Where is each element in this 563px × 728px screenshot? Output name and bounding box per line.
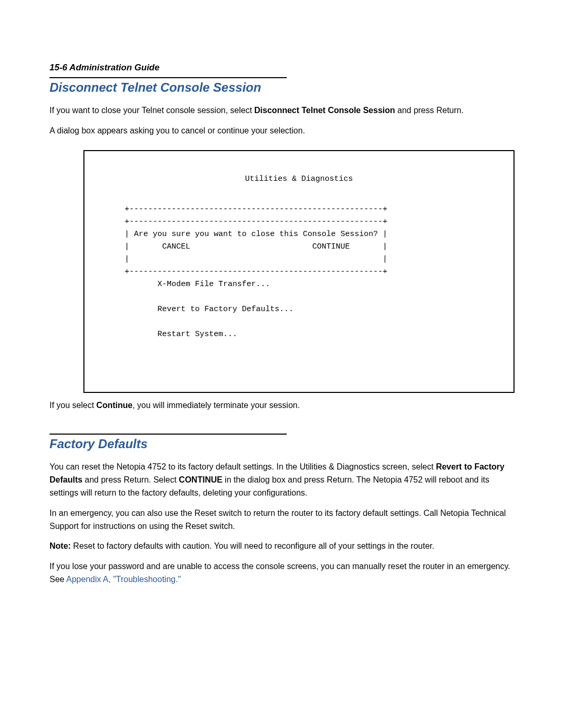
terminal-screenshot: Utilities & Diagnostics +---------------… — [83, 150, 515, 393]
terminal-line: | | — [92, 255, 387, 264]
section-rule — [50, 77, 287, 78]
terminal-menu-item: Revert to Factory Defaults... — [92, 305, 293, 314]
terminal-line: +---------------------------------------… — [92, 205, 387, 214]
bold-text: Continue — [96, 401, 132, 410]
text: You can reset the Netopia 4752 to its fa… — [50, 462, 436, 471]
text: Reset to factory defaults with caution. … — [71, 541, 434, 550]
terminal-line: +---------------------------------------… — [92, 267, 387, 276]
paragraph: Note: Reset to factory defaults with cau… — [50, 540, 513, 553]
bold-text: Disconnect Telnet Console Session — [254, 106, 395, 115]
link-appendix-a[interactable]: Appendix A, "Troubleshooting." — [66, 575, 181, 584]
section-rule — [50, 434, 287, 435]
paragraph: If you lose your password and are unable… — [50, 560, 513, 586]
paragraph: In an emergency, you can also use the Re… — [50, 507, 513, 533]
text: , you will immediately terminate your se… — [132, 401, 300, 410]
terminal-line: | CANCEL CONTINUE | — [92, 242, 387, 251]
bold-text: Note: — [50, 541, 71, 550]
terminal-menu-item: X-Modem File Transfer... — [92, 280, 270, 289]
terminal-line: +---------------------------------------… — [92, 217, 387, 226]
text: and press Return. — [395, 106, 464, 115]
terminal-line: | Are you sure you want to close this Co… — [92, 230, 387, 239]
text: and press Return. Select — [82, 475, 179, 484]
text: If you want to close your Telnet console… — [50, 106, 254, 115]
heading-disconnect: Disconnect Telnet Console Session — [50, 80, 513, 95]
heading-factory-defaults: Factory Defaults — [50, 437, 513, 451]
paragraph: If you select Continue, you will immedia… — [50, 399, 513, 412]
text: If you select — [50, 401, 96, 410]
paragraph: If you want to close your Telnet console… — [50, 104, 513, 117]
paragraph: You can reset the Netopia 4752 to its fa… — [50, 461, 513, 499]
terminal-title: Utilities & Diagnostics — [92, 173, 506, 186]
terminal-menu-item: Restart System... — [92, 330, 237, 339]
bold-text: CONTINUE — [179, 475, 223, 484]
paragraph: A dialog box appears asking you to cance… — [50, 125, 513, 138]
page-header: 15-6 Administration Guide — [50, 63, 513, 73]
